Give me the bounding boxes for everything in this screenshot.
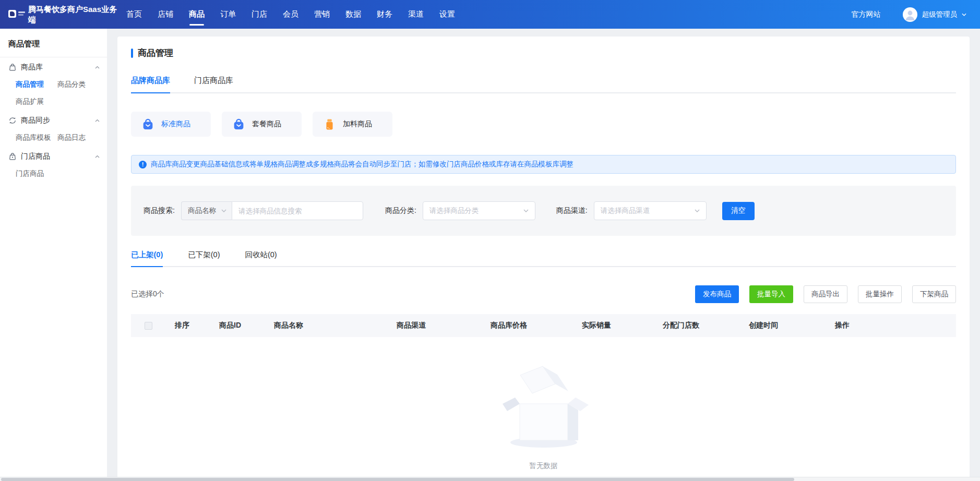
column-sort: 排序 [164,321,209,330]
channel-select[interactable]: 请选择商品渠道 [594,201,707,220]
sidebar-item-product-category[interactable]: 商品分类 [57,76,99,93]
store-bag-icon [8,152,17,161]
nav-item-shop[interactable]: 店铺 [158,0,173,29]
type-card-combo[interactable]: 套餐商品 [222,112,302,137]
chevron-up-icon[interactable] [95,119,100,122]
nav-item-product[interactable]: 商品 [189,0,205,29]
search-label: 商品搜索: [144,206,175,215]
sidebar-item-product-manage[interactable]: 商品管理 [16,76,57,93]
person-icon [903,7,917,22]
status-tabs: 已上架(0) 已下架(0) 回收站(0) [131,250,956,267]
top-nav: 首页 店铺 商品 订单 门店 会员 营销 数据 财务 渠道 设置 [126,0,455,29]
column-created-time: 创建时间 [738,321,824,330]
info-banner-text: 商品库商品变更商品基础信息或将单规格商品调整成多规格商品将会自动同步至门店；如需… [151,160,573,169]
logo-icon [8,10,16,18]
nav-item-data[interactable]: 数据 [345,0,361,29]
tab-off-shelf[interactable]: 已下架(0) [188,250,220,266]
horizontal-scrollbar[interactable] [0,477,980,481]
type-card-addon[interactable]: 加料商品 [313,112,392,137]
column-library-price: 商品库价格 [480,321,571,330]
export-product-button[interactable]: 商品导出 [804,285,847,303]
info-banner: ! 商品库商品变更商品基础信息或将单规格商品调整成多规格商品将会自动同步至门店；… [131,155,956,174]
empty-text: 暂无数据 [530,461,558,471]
sidebar-subitems: 商品库模板 商品日志 [0,129,107,146]
nav-item-order[interactable]: 订单 [220,0,236,29]
sidebar-item-product-extend[interactable]: 商品扩展 [16,93,57,110]
sidebar: 商品管理 商品库 商品管理 商品分类 商品扩展 商品同步 [0,29,107,481]
nav-item-member[interactable]: 会员 [283,0,298,29]
column-operation: 操作 [824,321,956,330]
library-tabs: 品牌商品库 门店商品库 [131,76,956,93]
main-content: 商品管理 品牌商品库 门店商品库 标准商品 [107,29,980,481]
official-site-link[interactable]: 官方网站 [852,10,881,19]
app-logo: 腾马餐饮多商户Saas业务端 [8,4,121,25]
sidebar-subitems: 商品管理 商品分类 商品扩展 [0,76,107,110]
chevron-up-icon[interactable] [95,66,100,69]
avatar [903,7,917,22]
sidebar-item-product-log[interactable]: 商品日志 [57,129,99,146]
channel-label: 商品渠道: [556,206,588,215]
user-name: 超级管理员 [922,10,958,19]
action-buttons: 发布商品 批量导入 商品导出 批量操作 下架商品 [695,285,956,303]
publish-product-button[interactable]: 发布商品 [695,285,739,303]
chevron-down-icon [695,209,700,212]
page-title: 商品管理 [138,47,173,59]
chevron-up-icon[interactable] [95,155,100,158]
chevron-down-icon [221,209,226,212]
sidebar-section-product-library[interactable]: 商品库 [0,58,107,76]
nav-item-marketing[interactable]: 营销 [314,0,330,29]
bag-icon [8,63,17,71]
batch-import-button[interactable]: 批量导入 [749,285,793,303]
tab-recycle-bin[interactable]: 回收站(0) [245,250,277,266]
sidebar-subitems: 门店商品 [0,165,107,182]
column-sales: 实际销量 [571,321,652,330]
app-title: 腾马餐饮多商户Saas业务端 [28,4,118,25]
sidebar-item-store-product[interactable]: 门店商品 [16,165,57,182]
nav-item-settings[interactable]: 设置 [439,0,455,29]
filter-panel: 商品搜索: 商品名称 商品分类: 请选择商品分类 商品渠道: [131,186,956,236]
nav-item-finance[interactable]: 财务 [377,0,392,29]
divider [0,57,107,57]
sidebar-item-library-template[interactable]: 商品库模板 [16,129,57,146]
user-menu[interactable]: 超级管理员 [903,7,967,22]
column-product-name: 商品名称 [264,321,386,330]
bag-icon [232,118,245,131]
sidebar-title: 商品管理 [0,29,107,57]
jar-icon [323,118,336,131]
product-type-cards: 标准商品 套餐商品 [131,112,956,137]
nav-item-channel[interactable]: 渠道 [408,0,424,29]
category-label: 商品分类: [385,206,416,215]
chevron-down-icon [523,209,529,212]
nav-item-home[interactable]: 首页 [126,0,142,29]
empty-state: 暂无数据 [131,361,956,471]
info-icon: ! [139,161,147,169]
off-shelf-button[interactable]: 下架商品 [912,285,956,303]
tab-on-shelf[interactable]: 已上架(0) [131,250,163,266]
select-all-checkbox[interactable] [145,322,152,330]
empty-box-illustration [492,361,596,449]
selection-count: 已选择0个 [131,290,164,299]
title-accent-bar [131,49,133,58]
type-card-standard[interactable]: 标准商品 [131,112,211,137]
sidebar-section-product-sync[interactable]: 商品同步 [0,112,107,129]
tab-store-library[interactable]: 门店商品库 [194,76,233,92]
tab-brand-library[interactable]: 品牌商品库 [131,76,170,92]
topbar: 腾马餐饮多商户Saas业务端 首页 店铺 商品 订单 门店 会员 营销 数据 财… [0,0,980,29]
bag-icon [141,118,154,131]
sidebar-section-store-product[interactable]: 门店商品 [0,148,107,165]
clear-button[interactable]: 清空 [722,202,755,220]
scrollbar-thumb[interactable] [1,478,794,481]
logo-subtext [18,11,25,16]
search-field-select[interactable]: 商品名称 [181,201,232,220]
nav-item-store[interactable]: 门店 [252,0,267,29]
column-product-id: 商品ID [209,321,264,330]
category-select[interactable]: 请选择商品分类 [423,201,535,220]
table-header: 排序 商品ID 商品名称 商品渠道 商品库价格 实际销量 分配门店数 创建时间 … [131,314,956,337]
batch-operate-button[interactable]: 批量操作 [858,285,902,303]
chevron-down-icon [962,13,966,16]
search-input[interactable] [232,201,363,220]
column-store-count: 分配门店数 [652,321,738,330]
sync-icon [8,116,17,125]
column-channel: 商品渠道 [386,321,480,330]
